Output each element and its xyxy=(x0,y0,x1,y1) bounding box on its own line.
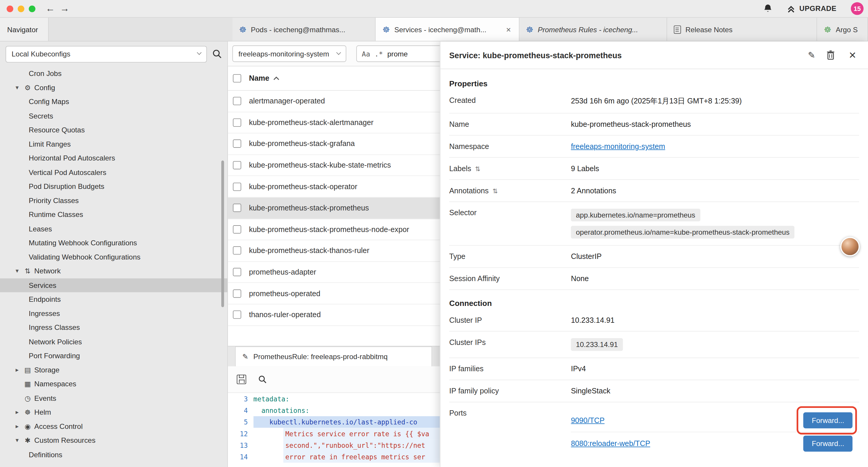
connection-row-ip-families: IP families IPv4 xyxy=(449,358,859,380)
row-checkbox[interactable] xyxy=(233,161,241,169)
sidebar-item-resource-quotas[interactable]: Resource Quotas xyxy=(0,123,227,137)
row-checkbox[interactable] xyxy=(233,204,241,212)
select-all-checkbox[interactable] xyxy=(233,74,241,83)
row-checkbox[interactable] xyxy=(233,182,241,191)
namespace-link[interactable]: freeleaps-monitoring-system xyxy=(571,142,665,150)
sidebar-item-storage[interactable]: ▸ ▤ Storage xyxy=(0,363,227,377)
sidebar-item-network-policies[interactable]: Network Policies xyxy=(0,334,227,349)
row-checkbox[interactable] xyxy=(233,119,241,127)
chevron-down-icon: ▾ xyxy=(12,267,22,274)
row-checkbox[interactable] xyxy=(233,268,241,276)
sidebar-item-namespaces[interactable]: ▦ Namespaces xyxy=(0,377,227,391)
list-search-input[interactable] xyxy=(387,50,448,58)
port-link-9090[interactable]: 9090/TCP xyxy=(571,416,604,425)
sidebar-search-icon[interactable] xyxy=(212,49,222,59)
tab-strip: Navigator ☸ Pods - icecheng@mathmas... ☸… xyxy=(0,18,868,42)
kubeconfig-selector[interactable]: Local Kubeconfigs xyxy=(6,46,207,62)
property-row-selector: Selector app.kubernetes.io/name=promethe… xyxy=(449,202,859,245)
notification-count-badge[interactable]: 15 xyxy=(851,2,864,15)
row-checkbox[interactable] xyxy=(233,311,241,319)
sidebar-item-custom-resources[interactable]: ▾ ✱ Custom Resources xyxy=(0,433,227,447)
sidebar-item-port-forwarding[interactable]: Port Forwarding xyxy=(0,349,227,363)
tab-argo[interactable]: ☸ Argo S xyxy=(817,18,868,41)
kubernetes-icon: ☸ xyxy=(526,25,533,33)
close-drawer-icon[interactable]: × xyxy=(847,48,858,62)
row-checkbox[interactable] xyxy=(233,225,241,233)
sidebar-item-ingresses[interactable]: Ingresses xyxy=(0,306,227,320)
maximize-window-button[interactable] xyxy=(29,5,35,12)
port-link-8080-reloader-web[interactable]: 8080:reloader-web/TCP xyxy=(571,439,650,448)
sidebar-item-events[interactable]: ◷ Events xyxy=(0,391,227,405)
row-checkbox[interactable] xyxy=(233,289,241,298)
save-icon[interactable] xyxy=(237,375,246,384)
titlebar: ← → UPGRADE 15 xyxy=(0,0,868,18)
sidebar-item-secrets[interactable]: Secrets xyxy=(0,109,227,123)
sidebar-item-vertical-pod-autoscalers[interactable]: Vertical Pod Autoscalers xyxy=(0,165,227,179)
close-tab-icon[interactable]: × xyxy=(505,25,512,34)
property-row-labels: Labels ⇅ 9 Labels xyxy=(449,158,859,180)
expand-toggle-icon[interactable]: ⇅ xyxy=(475,165,480,172)
forward-button[interactable]: Forward... xyxy=(804,436,852,451)
notifications-bell-icon[interactable] xyxy=(764,4,772,13)
upgrade-button[interactable]: UPGRADE xyxy=(786,4,836,13)
sidebar-item-horizontal-pod-autoscalers[interactable]: Horizontal Pod Autoscalers xyxy=(0,151,227,165)
sidebar-item-config-maps[interactable]: Config Maps xyxy=(0,95,227,109)
sidebar-item-config[interactable]: ▾ ⚙ Config xyxy=(0,80,227,95)
sidebar-item-network[interactable]: ▾ ⇅ Network xyxy=(0,264,227,278)
tab-release-notes[interactable]: Release Notes xyxy=(667,18,817,41)
sidebar-item-cron-jobs[interactable]: Cron Jobs xyxy=(0,66,227,81)
edit-pencil-icon[interactable]: ✎ xyxy=(806,50,817,61)
access-control-icon: ◉ xyxy=(22,422,33,430)
regex-toggle[interactable]: .* xyxy=(375,50,383,58)
row-checkbox[interactable] xyxy=(233,246,241,255)
chevron-right-icon: ▸ xyxy=(12,366,22,373)
connection-heading: Connection xyxy=(449,299,859,308)
forward-button[interactable]: Forward... xyxy=(804,412,852,428)
sidebar-item-ingress-classes[interactable]: Ingress Classes xyxy=(0,320,227,334)
navigator-tree: Cron Jobs ▾ ⚙ Config Config Maps Secrets… xyxy=(0,66,227,462)
sidebar-item-mutating-webhook-configurations[interactable]: Mutating Webhook Configurations xyxy=(0,236,227,250)
properties-heading: Properties xyxy=(449,79,859,88)
forward-button-nav[interactable]: → xyxy=(58,3,72,14)
vertical-scrollbar[interactable] xyxy=(221,160,224,307)
back-button[interactable]: ← xyxy=(43,3,58,14)
sidebar-item-endpoints[interactable]: Endpoints xyxy=(0,292,227,307)
tab-prometheus-rules[interactable]: ☸ Prometheus Rules - icecheng... xyxy=(519,18,668,41)
sidebar-item-runtime-classes[interactable]: Runtime Classes xyxy=(0,207,227,222)
sidebar-item-limit-ranges[interactable]: Limit Ranges xyxy=(0,137,227,151)
service-details-drawer: Service: kube-prometheus-stack-prometheu… xyxy=(440,41,868,467)
chevron-down-icon xyxy=(336,50,341,55)
sidebar-item-services[interactable]: Services xyxy=(0,278,227,292)
helm-icon: ☸ xyxy=(22,408,33,416)
close-window-button[interactable] xyxy=(6,5,13,12)
sidebar-item-definitions[interactable]: Definitions xyxy=(0,447,227,462)
row-checkbox[interactable] xyxy=(233,140,241,148)
cluster-ip-badge: 10.233.14.91 xyxy=(571,338,623,351)
sidebar-item-helm[interactable]: ▸ ☸ Helm xyxy=(0,405,227,419)
document-icon xyxy=(674,25,681,33)
config-icon: ⚙ xyxy=(22,83,33,92)
sidebar-item-pod-disruption-budgets[interactable]: Pod Disruption Budgets xyxy=(0,179,227,194)
sort-ascending-icon[interactable] xyxy=(273,76,279,80)
connection-row-cluster-ip: Cluster IP 10.233.14.91 xyxy=(449,310,859,332)
sidebar-item-leases[interactable]: Leases xyxy=(0,222,227,236)
namespaces-icon: ▦ xyxy=(22,380,33,388)
kubernetes-icon: ☸ xyxy=(239,25,246,33)
sidebar-item-priority-classes[interactable]: Priority Classes xyxy=(0,193,227,207)
editor-search-icon[interactable] xyxy=(258,375,267,384)
user-avatar[interactable] xyxy=(840,237,860,256)
tab-services[interactable]: ☸ Services - icecheng@math... × xyxy=(376,18,519,41)
sidebar-item-validating-webhook-configurations[interactable]: Validating Webhook Configurations xyxy=(0,250,227,264)
namespace-filter-dropdown[interactable]: freeleaps-monitoring-system xyxy=(232,46,346,62)
row-checkbox[interactable] xyxy=(233,97,241,105)
dock-tab-prometheusrule[interactable]: ✎ PrometheusRule: freeleaps-prod-rabbitm… xyxy=(235,346,432,366)
delete-trash-icon[interactable] xyxy=(827,50,838,60)
port-entry: 8080:reloader-web/TCP Forward... xyxy=(571,432,859,455)
minimize-window-button[interactable] xyxy=(18,5,24,12)
expand-toggle-icon[interactable]: ⇅ xyxy=(493,187,498,195)
custom-resources-icon: ✱ xyxy=(22,436,33,444)
match-case-toggle[interactable]: Aa xyxy=(362,50,370,58)
kubernetes-icon: ☸ xyxy=(382,25,390,33)
sidebar-item-access-control[interactable]: ▸ ◉ Access Control xyxy=(0,419,227,433)
tab-pods[interactable]: ☸ Pods - icecheng@mathmas... xyxy=(232,18,376,41)
